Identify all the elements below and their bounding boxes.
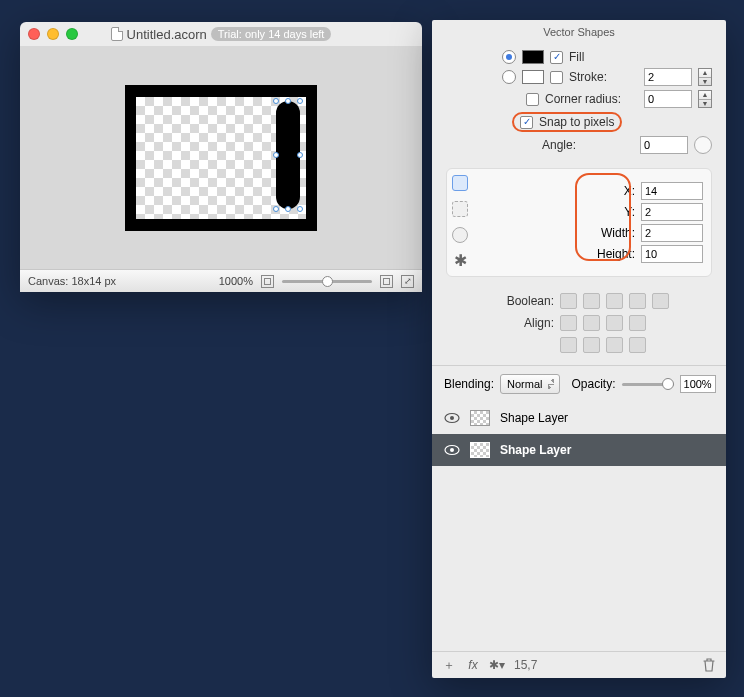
zoom-slider[interactable] (282, 280, 372, 283)
align-vcenter-icon[interactable] (583, 337, 600, 353)
fill-color-swatch[interactable] (522, 50, 544, 64)
geometry-settings-icon[interactable]: ✱ (453, 253, 467, 267)
stroke-radio[interactable] (502, 70, 516, 84)
snap-highlight: ✓ Snap to pixels (512, 112, 622, 132)
resize-handle[interactable] (273, 206, 279, 212)
geometry-tab-selection-icon[interactable] (452, 201, 468, 217)
selected-shape[interactable] (276, 101, 300, 209)
layer-row[interactable]: Shape Layer (432, 402, 726, 434)
canvas-viewport[interactable] (20, 46, 422, 269)
opacity-label: Opacity: (572, 377, 616, 391)
stroke-width-stepper[interactable]: ▲▼ (698, 68, 712, 86)
y-input[interactable] (641, 203, 703, 221)
canvas-size-label: Canvas: 18x14 px (28, 275, 116, 287)
titlebar[interactable]: Untitled.acorn Trial: only 14 days left (20, 22, 422, 46)
boolean-difference-icon[interactable] (629, 293, 646, 309)
add-layer-icon[interactable]: ＋ (442, 658, 456, 672)
visibility-icon[interactable] (444, 444, 460, 456)
geometry-tab-circle-icon[interactable] (452, 227, 468, 243)
height-input[interactable] (641, 245, 703, 263)
inspector-panel: Vector Shapes ✓ Fill Stroke: ▲▼ Corner r… (432, 20, 726, 678)
resize-handle[interactable] (285, 98, 291, 104)
boolean-intersect-icon[interactable] (606, 293, 623, 309)
corner-radius-label: Corner radius: (545, 92, 621, 106)
align-right-icon[interactable] (606, 315, 623, 331)
fx-icon[interactable]: fx (466, 658, 480, 672)
angle-label: Angle: (542, 138, 576, 152)
close-button[interactable] (28, 28, 40, 40)
align-left-icon[interactable] (560, 315, 577, 331)
stroke-label: Stroke: (569, 70, 607, 84)
align-bottom-icon[interactable] (606, 337, 623, 353)
boolean-label: Boolean: (446, 294, 554, 308)
y-label: Y: (567, 205, 635, 219)
angle-dial[interactable] (694, 136, 712, 154)
layer-thumbnail (470, 410, 490, 426)
resize-handle[interactable] (297, 152, 303, 158)
traffic-lights (28, 28, 78, 40)
visibility-icon[interactable] (444, 412, 460, 424)
x-input[interactable] (641, 182, 703, 200)
boolean-divide-icon[interactable] (652, 293, 669, 309)
boolean-subtract-icon[interactable] (583, 293, 600, 309)
trial-badge: Trial: only 14 days left (211, 27, 332, 41)
panel-title: Vector Shapes (432, 20, 726, 42)
x-label: X: (567, 184, 635, 198)
corner-radius-stepper[interactable]: ▲▼ (698, 90, 712, 108)
snap-to-pixels-label: Snap to pixels (539, 115, 614, 129)
document-window: Untitled.acorn Trial: only 14 days left … (20, 22, 422, 292)
stroke-checkbox[interactable] (550, 71, 563, 84)
geometry-section: ✱ X: Y: Width: Height: (446, 168, 712, 277)
resize-handle[interactable] (297, 98, 303, 104)
snap-to-pixels-checkbox[interactable]: ✓ (520, 116, 533, 129)
gear-icon[interactable]: ✱▾ (490, 658, 504, 672)
zoom-label: 1000% (219, 275, 253, 287)
fit-to-window-icon[interactable]: ⤢ (401, 275, 414, 288)
blending-label: Blending: (444, 377, 494, 391)
layers-list: Shape Layer Shape Layer (432, 402, 726, 466)
opacity-value[interactable]: 100% (680, 375, 716, 393)
resize-handle[interactable] (297, 206, 303, 212)
width-label: Width: (567, 226, 635, 240)
corner-radius-input[interactable] (644, 90, 692, 108)
fill-radio[interactable] (502, 50, 516, 64)
align-label: Align: (446, 316, 554, 330)
layer-name: Shape Layer (500, 411, 568, 425)
height-label: Height: (567, 247, 635, 261)
zoom-out-icon[interactable] (261, 275, 274, 288)
svg-point-1 (450, 416, 454, 420)
width-input[interactable] (641, 224, 703, 242)
document-title: Untitled.acorn (127, 27, 207, 42)
corner-radius-checkbox[interactable] (526, 93, 539, 106)
svg-point-3 (450, 448, 454, 452)
canvas[interactable] (136, 97, 306, 219)
status-bar: Canvas: 18x14 px 1000% ⤢ (20, 269, 422, 292)
resize-handle[interactable] (285, 206, 291, 212)
zoom-button[interactable] (66, 28, 78, 40)
layer-row[interactable]: Shape Layer (432, 434, 726, 466)
fill-label: Fill (569, 50, 584, 64)
resize-handle[interactable] (273, 152, 279, 158)
distribute-h-icon[interactable] (629, 315, 646, 331)
layer-thumbnail (470, 442, 490, 458)
panel-footer: ＋ fx ✱▾ 15,7 (432, 651, 726, 678)
layer-name: Shape Layer (500, 443, 571, 457)
geometry-tab-bounds-icon[interactable] (452, 175, 468, 191)
boolean-union-icon[interactable] (560, 293, 577, 309)
opacity-slider[interactable] (622, 383, 674, 386)
angle-input[interactable] (640, 136, 688, 154)
cursor-coords: 15,7 (514, 658, 537, 672)
resize-handle[interactable] (273, 98, 279, 104)
stroke-color-swatch[interactable] (522, 70, 544, 84)
distribute-v-icon[interactable] (629, 337, 646, 353)
fill-checkbox[interactable]: ✓ (550, 51, 563, 64)
align-hcenter-icon[interactable] (583, 315, 600, 331)
align-top-icon[interactable] (560, 337, 577, 353)
canvas-border (125, 85, 317, 231)
trash-icon[interactable] (702, 658, 716, 672)
blending-select[interactable]: Normal (500, 374, 559, 394)
stroke-width-input[interactable] (644, 68, 692, 86)
zoom-in-icon[interactable] (380, 275, 393, 288)
minimize-button[interactable] (47, 28, 59, 40)
document-icon (111, 27, 123, 41)
